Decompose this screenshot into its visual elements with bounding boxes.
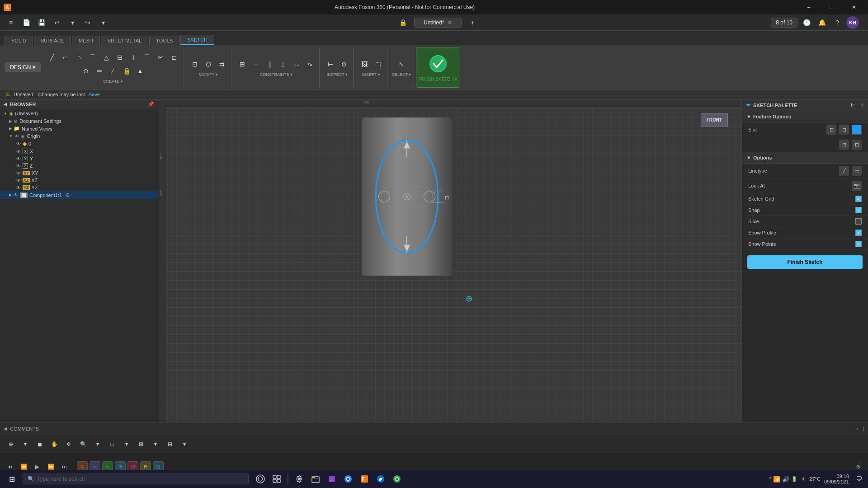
help-button[interactable]: ? (831, 16, 844, 29)
triangle-tool[interactable]: △ (100, 51, 113, 64)
undo-button[interactable]: ↩ (51, 16, 63, 29)
taskbar-task-view-icon[interactable] (269, 472, 284, 486)
finish-sketch-label[interactable]: FINISH SKETCH ▾ (419, 77, 457, 82)
spline-tool[interactable]: ⌇ (127, 51, 140, 64)
display-mode-btn[interactable]: □ (106, 438, 118, 450)
save-link[interactable]: Save (89, 92, 100, 97)
front-face-label[interactable]: FRONT (701, 113, 728, 127)
tab-close-button[interactable]: ✕ (448, 19, 452, 26)
sound-icon[interactable]: 🔊 (782, 476, 789, 483)
conic-tool[interactable]: ⁄ (107, 65, 119, 77)
comments-pin-icon[interactable]: | (863, 426, 864, 431)
dimension-tool[interactable]: ⊢ (324, 58, 337, 70)
undo-dropdown-button[interactable]: ▾ (66, 16, 79, 29)
palette-expand-icon[interactable]: ⊢ (851, 103, 855, 108)
linetype-btn[interactable]: ╱ (839, 166, 849, 176)
taskbar-search[interactable]: 🔍 Type here to search (23, 474, 249, 484)
view-settings-btn[interactable]: ⊟ (164, 438, 176, 450)
trim-tool[interactable]: ✂ (154, 51, 167, 64)
slot-extra-btn-2[interactable]: ⊡ (852, 140, 862, 150)
select-cursor-tool[interactable]: ↖ (395, 58, 408, 70)
select-tool[interactable]: ⬚ (372, 58, 384, 70)
taskbar-chrome2-icon[interactable] (390, 472, 404, 486)
show-points-checkbox[interactable]: ✓ (855, 241, 862, 247)
tab-surface[interactable]: SURFACE (34, 36, 71, 45)
display-dropdown-btn[interactable]: ▾ (120, 438, 133, 450)
view-settings-dropdown-btn[interactable]: ▾ (178, 438, 191, 450)
app-menu-button[interactable]: ≡ (5, 16, 17, 29)
new-button[interactable]: 📄 (20, 16, 33, 29)
update-counter[interactable]: 8 of 10 (771, 18, 797, 28)
extend-tool[interactable]: ⇉ (216, 58, 228, 70)
maximize-button[interactable]: □ (821, 0, 842, 14)
redo-button[interactable]: ↪ (81, 16, 94, 29)
ellipse-tool[interactable]: ⊙ (80, 65, 92, 77)
tray-arrow-icon[interactable]: ^ (769, 476, 771, 482)
perpendicular-tool[interactable]: ⊥ (277, 58, 289, 70)
grid-btn[interactable]: ⊞ (135, 438, 147, 450)
slot-color-swatch[interactable] (852, 125, 862, 135)
feature-options-section[interactable]: ▼ Feature Options (742, 111, 868, 122)
grid-dropdown-btn[interactable]: ▾ (149, 438, 162, 450)
browser-named-views-item[interactable]: ▶ 📁 Named Views (0, 125, 158, 132)
show-profile-checkbox[interactable]: ✓ (855, 230, 862, 236)
slot-extra-btn-1[interactable]: ⊟ (839, 140, 849, 150)
start-button[interactable]: ⊞ (3, 470, 21, 488)
taskbar-fusion-icon[interactable]: F (357, 472, 372, 486)
browser-axis-z[interactable]: 👁 Z Z (0, 162, 158, 169)
tangent-tool[interactable]: ⌓ (290, 58, 303, 70)
browser-plane-yz[interactable]: 👁 YZ YZ (0, 184, 158, 191)
look-at-btn[interactable]: 📷 (852, 181, 862, 191)
browser-axis-y[interactable]: 👁 Y Y (0, 155, 158, 162)
tab-tools[interactable]: TOOLS (149, 36, 179, 45)
slot-icon-btn-2[interactable]: ⊡ (839, 125, 849, 135)
canvas-area[interactable]: -200 -100 -100 (158, 99, 741, 422)
palette-dock-icon[interactable]: ⊣ (859, 103, 863, 108)
view-cube[interactable]: FRONT (701, 113, 737, 149)
taskbar-settings-icon[interactable] (292, 472, 307, 486)
taskbar-chrome-icon[interactable] (341, 472, 355, 486)
taskbar-downloads-icon[interactable]: ↓ (325, 472, 339, 486)
line-tool[interactable]: ╱ (46, 51, 58, 64)
taskbar-explorer-icon[interactable] (308, 472, 323, 486)
user-avatar[interactable]: KH (846, 16, 859, 29)
clock-display[interactable]: 09:10 09/09/2021 (824, 474, 849, 484)
slot-icon-btn-1[interactable]: ⊟ (826, 125, 836, 135)
document-tab[interactable]: Untitled* ✕ (414, 18, 462, 28)
polyline-tool[interactable]: ═ (93, 65, 106, 77)
orbit-dropdown-btn[interactable]: ▾ (19, 438, 32, 450)
taskbar-cortana-icon[interactable] (253, 472, 268, 486)
tab-sheet-metal[interactable]: SHEET METAL (101, 36, 148, 45)
slice-checkbox[interactable] (855, 218, 862, 225)
new-tab-button[interactable]: + (466, 16, 479, 29)
browser-plane-xz[interactable]: 👁 XZ XZ (0, 177, 158, 184)
orbit-btn[interactable]: ⊕ (5, 438, 17, 450)
tab-mesh[interactable]: MESH (72, 36, 100, 45)
close-tab-button[interactable]: 🔒 (397, 16, 410, 29)
triangle2-tool[interactable]: ▲ (134, 65, 146, 77)
fit-btn[interactable]: ◼ (33, 438, 46, 450)
minimize-button[interactable]: – (798, 0, 819, 14)
linetype-dropdown-btn[interactable]: ▭ (852, 166, 862, 176)
tab-solid[interactable]: SOLID (5, 36, 33, 45)
slot-tool[interactable]: ⊟ (113, 51, 126, 64)
rectangle-tool[interactable]: ▭ (59, 51, 72, 64)
project-tool[interactable]: ⬡ (202, 58, 215, 70)
collinear-tool[interactable]: = (250, 58, 262, 70)
clock-button[interactable]: 🕐 (800, 16, 813, 29)
comments-collapse-icon[interactable]: ◀ (4, 426, 7, 431)
comments-add-icon[interactable]: + (856, 426, 859, 432)
circle-tool[interactable]: ○ (73, 51, 85, 64)
tab-sketch[interactable]: SKETCH (180, 35, 214, 45)
save-button[interactable]: 💾 (35, 16, 48, 29)
browser-pin-button[interactable]: 📌 (148, 101, 154, 107)
smooth-tool[interactable]: ∿ (304, 58, 316, 70)
design-dropdown-button[interactable]: DESIGN ▾ (5, 62, 41, 72)
browser-root-item[interactable]: ▼ ◈ (Unsaved) (0, 109, 158, 117)
taskbar-edge-icon[interactable] (373, 472, 388, 486)
sketch-grid-checkbox[interactable]: ✓ (855, 196, 862, 202)
image-tool[interactable]: 🖼 (358, 58, 371, 70)
coincident-tool[interactable]: ⊞ (236, 58, 249, 70)
notification-button[interactable]: 🗨 (853, 475, 865, 483)
browser-component-item[interactable]: ▶ 👁 ⬜ Component1:1 ⊙ (0, 191, 158, 199)
